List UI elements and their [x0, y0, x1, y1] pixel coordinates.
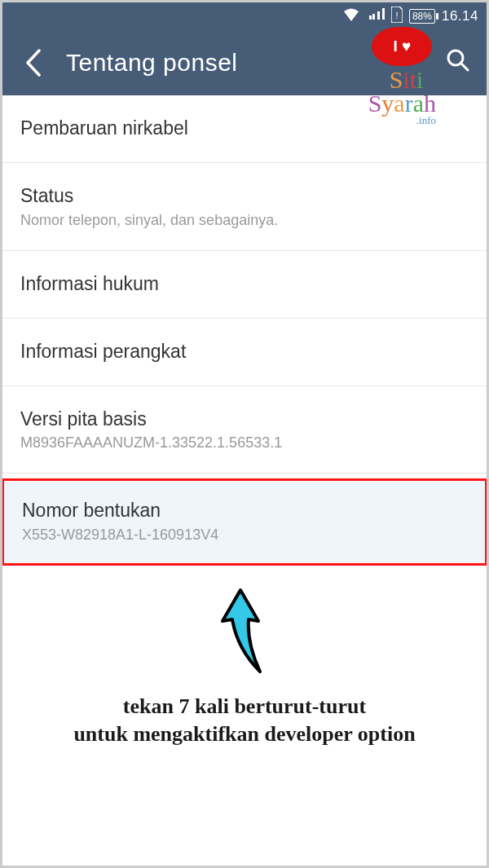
item-build-number[interactable]: Nomor bentukan X553-W82918A1-L-160913V4: [2, 478, 487, 566]
phone-frame: ! 88% 16.14 Tentang ponsel I ♥ Siti Syar…: [0, 0, 489, 868]
wifi-icon: [342, 7, 360, 26]
signal-icon: [367, 7, 385, 26]
item-subtitle: X553-W82918A1-L-160913V4: [22, 527, 467, 544]
annotation-line1: tekan 7 kali berturut-turut: [11, 693, 478, 720]
item-title: Nomor bentukan: [22, 499, 467, 523]
search-button[interactable]: [446, 48, 470, 78]
item-status[interactable]: Status Nomor telepon, sinyal, dan sebaga…: [2, 163, 487, 251]
battery-icon: 88%: [409, 9, 435, 24]
svg-line-2: [461, 64, 468, 70]
svg-text:!: !: [395, 11, 398, 20]
back-button[interactable]: [17, 49, 50, 77]
annotation-arrow: [2, 584, 487, 685]
item-baseband[interactable]: Versi pita basis M8936FAAAANUZM-1.33522.…: [2, 386, 487, 474]
item-subtitle: Nomor telepon, sinyal, dan sebagainya.: [20, 212, 469, 229]
item-device-info[interactable]: Informasi perangkat: [2, 319, 487, 386]
annotation-text: tekan 7 kali berturut-turut untuk mengak…: [2, 693, 487, 748]
battery-percent: 88%: [412, 11, 432, 22]
sim-icon: !: [391, 7, 403, 27]
settings-list: Pembaruan nirkabel Status Nomor telepon,…: [2, 95, 487, 566]
status-time: 16.14: [442, 8, 478, 24]
watermark-line2: Syarah: [368, 92, 436, 116]
item-subtitle: M8936FAAAANUZM-1.33522.1.56533.1: [20, 434, 469, 452]
watermark-logo: I ♥ Siti Syarah .info: [368, 27, 436, 127]
status-bar: ! 88% 16.14: [2, 2, 487, 30]
item-legal-info[interactable]: Informasi hukum: [2, 251, 487, 319]
item-title: Versi pita basis: [20, 408, 469, 432]
annotation-line2: untuk mengaktifkan developer option: [11, 720, 478, 748]
item-title: Informasi hukum: [20, 272, 469, 297]
item-title: Status: [20, 184, 469, 209]
watermark-bubble: I ♥: [372, 27, 432, 66]
item-title: Informasi perangkat: [20, 340, 469, 364]
